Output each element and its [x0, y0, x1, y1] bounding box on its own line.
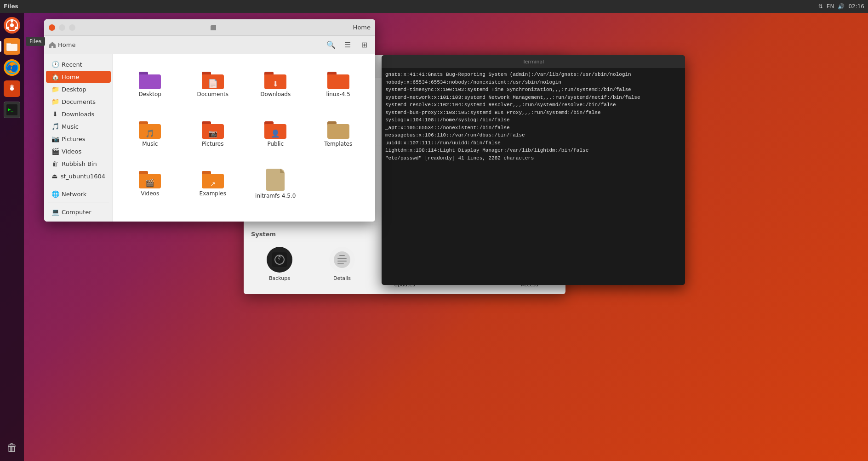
downloads-icon: ⬇	[51, 110, 59, 118]
videos-icon: 🎬	[51, 148, 59, 155]
sidebar-home-label: Home	[62, 74, 79, 80]
sidebar-item-sf-ubuntu1604[interactable]: ⏏ sf_ubuntu1604	[46, 170, 111, 182]
files-window: Home Home 🔍 ☰ ⊞ 🕐 Recent 🏠 Home 📁 Deskto…	[44, 19, 375, 222]
home-icon: 🏠	[51, 73, 59, 80]
terminal-line: systemd-resolve:x:102:104:systemd Resolv…	[385, 101, 681, 109]
terminal-line: systemd-bus-proxy:x:103:105:systemd Bus …	[385, 109, 681, 117]
file-desktop-label: Desktop	[139, 91, 162, 97]
sidebar-connect-label: Connect to Server	[62, 221, 105, 222]
sf-ubuntu-icon: ⏏	[51, 172, 58, 180]
file-item-documents[interactable]: 📄 Documents	[183, 62, 243, 108]
music-icon: 🎵	[51, 123, 59, 130]
dock-item-terminal[interactable]: ▶_	[2, 100, 22, 120]
sidebar-documents-label: Documents	[62, 98, 96, 105]
sidebar-item-network[interactable]: 🌐 Network	[46, 188, 111, 200]
settings-item-backups[interactable]: ? Backups	[251, 242, 308, 293]
files-icon-view-button[interactable]: ⊞	[358, 39, 371, 51]
file-item-videos[interactable]: 🎬 Videos	[120, 161, 180, 207]
sidebar-item-documents[interactable]: 📁 Documents	[46, 96, 111, 108]
sidebar-videos-label: Videos	[62, 148, 81, 155]
svg-rect-47	[337, 258, 347, 259]
file-linux45-label: linux-4.5	[326, 91, 350, 97]
sidebar-rubbish-label: Rubbish Bin	[62, 160, 97, 167]
files-toolbar-home: Home	[49, 41, 75, 49]
sidebar-item-rubbish-bin[interactable]: 🗑 Rubbish Bin	[46, 158, 111, 170]
terminal-content[interactable]: gnats:x:41:41:Gnats Bug-Reporting System…	[382, 68, 685, 285]
file-examples-label: Examples	[200, 190, 226, 197]
terminal-line: systemd-timesync:x:100:102:systemd Time …	[385, 86, 681, 94]
sidebar-computer-label: Computer	[62, 209, 91, 216]
terminal-line: gnats:x:41:41:Gnats Bug-Reporting System…	[385, 71, 681, 79]
sidebar-divider	[48, 185, 109, 185]
topbar: Files ⇅ EN 🔊 02:16	[0, 0, 868, 13]
sidebar-item-computer[interactable]: 💻 Computer	[46, 206, 111, 218]
svg-point-1	[10, 23, 14, 27]
sidebar-item-pictures[interactable]: 📷 Pictures	[46, 133, 111, 145]
sidebar-downloads-label: Downloads	[62, 111, 94, 118]
terminal-line: lightdm:x:108:114:Light Display Manager:…	[385, 147, 681, 154]
file-item-linux45[interactable]: linux-4.5	[309, 62, 368, 108]
files-content: Desktop 📄 Documents ⬇	[113, 54, 375, 222]
dock-item-trash[interactable]: 🗑	[2, 438, 22, 457]
file-item-public[interactable]: 👤 Public	[246, 111, 305, 157]
terminal-line: uuidd:x:107:111::/run/uuidd:/bin/false	[385, 139, 681, 147]
desktop-icon: 📁	[51, 85, 59, 93]
svg-line-7	[15, 27, 17, 28]
dock-item-settings[interactable]	[2, 79, 22, 98]
volume-icon: 🔊	[838, 3, 845, 10]
sidebar-pictures-label: Pictures	[62, 136, 85, 142]
files-titlebar: Home	[44, 19, 375, 36]
svg-rect-46	[339, 255, 345, 256]
files-toolbar: Home 🔍 ☰ ⊞	[44, 36, 375, 54]
file-item-pictures[interactable]: 📷 Pictures	[183, 111, 243, 157]
dock-item-firefox[interactable]	[2, 58, 22, 77]
files-window-title	[79, 24, 349, 31]
sidebar-item-downloads[interactable]: ⬇ Downloads	[46, 108, 111, 120]
svg-text:▶_: ▶_	[8, 107, 13, 112]
svg-point-45	[334, 251, 350, 268]
settings-item-details[interactable]: Details	[314, 242, 371, 293]
sidebar-item-desktop[interactable]: 📁 Desktop	[46, 83, 111, 95]
svg-rect-48	[337, 261, 347, 262]
file-item-initramfs[interactable]: initramfs-4.5.0	[246, 161, 305, 207]
files-toolbar-home-label: Home	[58, 41, 75, 48]
sidebar-recent-label: Recent	[62, 61, 82, 68]
sidebar-desktop-label: Desktop	[62, 86, 86, 93]
files-sidebar: 🕐 Recent 🏠 Home 📁 Desktop 📁 Documents ⬇ …	[44, 54, 113, 222]
sidebar-item-music[interactable]: 🎵 Music	[46, 120, 111, 132]
file-item-templates[interactable]: Templates	[309, 111, 368, 157]
file-public-label: Public	[267, 141, 284, 147]
file-music-label: Music	[142, 141, 158, 147]
dock-item-ubuntu[interactable]	[2, 16, 22, 35]
file-item-examples[interactable]: ↗ Examples	[183, 161, 243, 207]
sidebar-sf-ubuntu-label: sf_ubuntu1604	[61, 173, 105, 180]
svg-line-6	[8, 27, 9, 28]
file-item-desktop[interactable]: Desktop	[120, 62, 180, 108]
trash-icon: 🗑	[4, 439, 20, 456]
terminal-window: Terminal gnats:x:41:41:Gnats Bug-Reporti…	[382, 55, 685, 285]
sidebar-item-home[interactable]: 🏠 Home	[46, 71, 111, 83]
file-downloads-label: Downloads	[260, 91, 291, 97]
sidebar-item-recent[interactable]: 🕐 Recent	[46, 58, 111, 70]
file-item-downloads[interactable]: ⬇ Downloads	[246, 62, 305, 108]
settings-details-label: Details	[333, 275, 351, 282]
dock-item-files[interactable]	[2, 37, 22, 56]
window-close-button[interactable]	[49, 24, 55, 31]
file-initramfs-label: initramfs-4.5.0	[255, 193, 296, 199]
dock: ▶_ 🗑	[0, 13, 24, 461]
topbar-icons: ⇅ EN 🔊 02:16	[818, 3, 864, 10]
sidebar-divider2	[48, 203, 109, 203]
window-maximize-button[interactable]	[69, 24, 75, 31]
sort-icon: ⇅	[818, 3, 823, 10]
sidebar-item-videos[interactable]: 🎬 Videos	[46, 145, 111, 157]
files-list-view-button[interactable]: ☰	[341, 39, 354, 51]
terminal-titlebar: Terminal	[382, 55, 685, 68]
file-item-music[interactable]: 🎵 Music	[120, 111, 180, 157]
svg-rect-49	[337, 263, 344, 264]
window-minimize-button[interactable]	[59, 24, 65, 31]
terminal-line: _apt:x:105:65534::/nonexistent:/bin/fals…	[385, 124, 681, 132]
svg-rect-9	[6, 43, 11, 45]
files-search-button[interactable]: 🔍	[325, 39, 337, 51]
sidebar-item-connect-to-server[interactable]: 🔌 Connect to Server	[46, 218, 111, 222]
files-window-title-text: Home	[353, 24, 371, 31]
